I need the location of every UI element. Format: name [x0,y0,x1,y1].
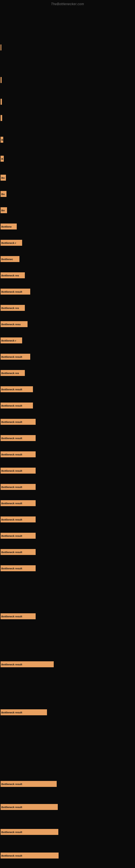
bar-fill: Bottleneck result [1,549,36,555]
bar-row: Bottleneck result [1,451,36,458]
bar-row [1,76,2,84]
bar-row: Bottleneck result [1,500,36,507]
bar-label: Bottlenec [1,258,13,261]
bar-fill: B [1,137,3,143]
bar-fill: Bottleneck result [1,613,36,619]
bar-label: B [1,138,3,141]
bar-label: Bo [1,176,5,179]
bar-row: Bottleneck result [1,661,54,668]
bar-label: Bottleneck result [1,782,22,785]
bar-fill: Bottleneck result [1,829,58,835]
bar-row: B [1,155,4,162]
bar-fill: Bottleneck resu [1,321,28,327]
bar-fill: Bottleneck res [1,305,25,311]
bar-fill: Bottleneck result [1,386,33,392]
bar-fill [1,44,1,51]
bar-label: Bottleneck r [1,241,16,244]
page-wrapper: TheBottlenecker.com BBBoBoBoBottleneBott… [0,0,135,868]
bar-row: Bottleneck result [1,467,36,474]
bar-row: Bo [1,190,6,197]
bar-row: Bottlene [1,223,17,230]
bar-row: Bottleneck result [1,565,36,572]
bar-fill: Bottleneck result [1,565,36,571]
bar-row: Bottleneck result [1,484,36,490]
bar-fill: Bottlene [1,223,17,229]
bar-label: Bottleneck resu [1,323,20,326]
bar-row: Bottleneck result [1,532,36,539]
bar-fill: Bottleneck result [1,533,36,539]
bar-label: Bottleneck result [1,567,22,570]
bar-fill [1,99,2,105]
bar-fill: Bottleneck result [1,435,36,441]
bar-fill: Bottleneck result [1,403,33,408]
bars-container: BBBoBoBoBottleneBottleneck rBottlenecBot… [0,22,135,868]
bar-label: Bottleneck result [1,388,22,391]
bar-label: Bottleneck result [1,518,22,521]
bar-label: Bottleneck result [1,534,22,537]
bar-label: Bottleneck r [1,339,16,342]
bar-label: Bottleneck res [1,372,19,375]
bar-row: Bottleneck result [1,288,30,295]
bar-fill: Bottleneck result [1,661,54,667]
bar-row: Bottleneck result [1,549,36,556]
bar-label: Bottleneck result [1,806,22,809]
bar-row: Bottleneck result [1,780,57,787]
bar-fill: Bottleneck res [1,370,25,376]
bar-fill: Bottleneck result [1,452,36,457]
bar-row: Bottleneck res [1,369,25,376]
bar-label: Bottleneck result [1,551,22,554]
bar-label: Bottleneck result [1,486,22,489]
bar-label: Bottleneck result [1,404,22,407]
bar-row: Bottleneck result [1,852,58,859]
bar-fill: Bottleneck result [1,804,58,810]
bar-fill: Bottleneck result [1,354,30,360]
bar-label: Bottleneck result [1,615,22,618]
bar-label: Bottleneck result [1,831,22,834]
bar-fill: Bottleneck r [1,337,22,343]
bar-row: Bottleneck result [1,516,36,523]
bar-fill: Bottleneck result [1,468,36,474]
bar-fill: Bottleneck result [1,517,36,522]
bar-label: Bottleneck result [1,663,22,666]
bar-label: Bottleneck result [1,502,22,505]
bar-label: Bottleneck result [1,355,22,358]
bar-row: B [1,136,3,143]
bar-fill: Bo [1,175,6,181]
bar-label: B [1,157,3,160]
bar-fill [1,115,2,121]
bar-fill: B [1,156,4,162]
bar-row: Bottleneck result [1,353,30,360]
bar-fill: Bottleneck r [1,240,22,246]
bar-row: Bottleneck resu [1,321,28,328]
bar-fill: Bottleneck res [1,272,25,278]
bar-fill [1,77,2,83]
bar-row: Bottleneck result [1,613,36,620]
bar-row [1,98,2,105]
site-title: TheBottlenecker.com [0,0,135,6]
bar-fill: Bottleneck result [1,484,36,490]
bar-label: Bottleneck res [1,307,19,310]
bar-label: Bottleneck res [1,274,19,277]
bar-row [1,44,1,51]
bar-fill: Bottleneck result [1,289,30,294]
bar-row: Bottleneck res [1,272,25,279]
bar-label: Bottleneck result [1,453,22,456]
bar-fill: Bottleneck result [1,419,36,425]
bar-label: Bo [1,209,5,212]
bar-row: Bottlenec [1,255,19,262]
bar-row: Bo [1,207,7,214]
bar-label: Bottleneck result [1,421,22,424]
bar-row: Bottleneck result [1,828,58,835]
bar-fill: Bottleneck result [1,781,57,787]
bar-fill: Bo [1,207,7,213]
bar-row: Bottleneck res [1,304,25,311]
bar-fill: Bottlenec [1,256,19,262]
bar-label: Bottlene [1,225,12,228]
bar-fill: Bottleneck result [1,852,58,859]
bar-row [1,115,2,122]
bar-row: Bo [1,174,6,181]
bar-row: Bottleneck result [1,386,33,393]
bar-label: Bottleneck result [1,469,22,472]
bar-row: Bottleneck result [1,435,36,442]
bar-fill: Bottleneck result [1,709,47,715]
